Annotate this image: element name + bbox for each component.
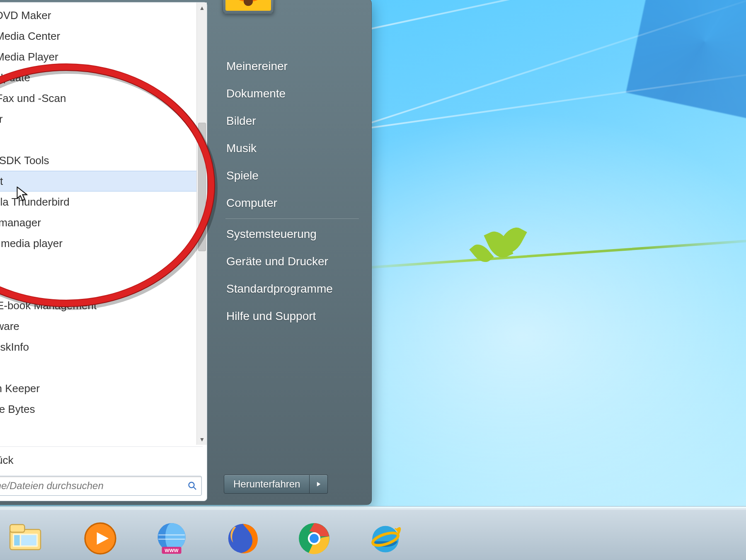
program-item-label: tzmanager [0, 216, 41, 229]
program-item-label: DiskInfo [0, 341, 29, 354]
right-pane-item[interactable]: Musik [224, 135, 361, 162]
shutdown-options-button[interactable] [310, 475, 328, 494]
program-item[interactable]: tzmanager [0, 212, 205, 233]
right-pane-item[interactable]: Spiele [224, 162, 361, 189]
program-item-label: C media player [0, 237, 63, 250]
program-item[interactable]: ws Media Center [0, 26, 205, 46]
program-list-viewport: ws DVD Makerws Media Centerws Media Play… [0, 2, 207, 445]
program-item-label: d SDK Tools [0, 154, 49, 167]
right-pane-item[interactable]: Standardprogramme [224, 275, 361, 303]
right-pane-item[interactable]: Systemsteuerung [224, 221, 361, 248]
program-item-label: on Keeper [0, 382, 40, 395]
right-pane-separator [225, 218, 359, 219]
program-item-selected[interactable]: art [0, 171, 205, 192]
scrollbar-thumb[interactable] [198, 123, 206, 251]
program-item[interactable]: ute Bytes [0, 399, 205, 419]
svg-text:WWW: WWW [165, 548, 179, 553]
back-label: ück [0, 454, 13, 467]
taskbar: WWW [0, 506, 746, 560]
program-item[interactable]: ws DVD Maker [0, 5, 205, 26]
svg-point-18 [310, 534, 319, 543]
user-avatar [225, 0, 271, 11]
divider [0, 446, 203, 447]
program-item[interactable]: DiskInfo [0, 337, 205, 357]
program-item[interactable]: ws Update [0, 67, 205, 88]
svg-point-0 [189, 482, 194, 488]
taskbar-app-firefox[interactable] [224, 519, 262, 558]
program-item[interactable] [0, 254, 205, 274]
wallpaper-stem [353, 238, 746, 270]
search-box[interactable] [0, 476, 202, 496]
back-button[interactable]: ◄ ück [0, 448, 207, 472]
program-item[interactable]: d SDK Tools [0, 150, 205, 171]
program-item-label: aware [0, 320, 19, 333]
taskbar-app-media-player[interactable] [81, 519, 119, 558]
program-item[interactable]: ewer [0, 109, 205, 129]
search-input[interactable] [0, 480, 201, 492]
program-item-label: ws DVD Maker [0, 9, 51, 22]
program-item[interactable]: ws Media Player [0, 46, 205, 67]
scrollbar-up-button[interactable]: ▲ [197, 2, 207, 13]
search-icon [187, 481, 197, 491]
program-item-label: ws-Fax und -Scan [0, 92, 66, 105]
taskbar-app-chrome[interactable] [295, 519, 333, 558]
svg-rect-8 [14, 535, 19, 545]
right-pane-item[interactable]: Bilder [224, 107, 361, 135]
right-pane-user[interactable]: Meinereiner [224, 53, 361, 80]
program-item-label: ws Media Player [0, 51, 58, 63]
scrollbar-track[interactable]: ▲ ▼ [196, 2, 207, 445]
program-item[interactable]: zilla Thunderbird [0, 192, 205, 212]
program-item[interactable] [0, 274, 205, 295]
desktop-wallpaper: ws DVD Makerws Media Centerws Media Play… [0, 0, 746, 560]
program-item-label: ewer [0, 113, 2, 126]
start-menu-left-pane: ws DVD Makerws Media Centerws Media Play… [0, 2, 207, 501]
shutdown-button[interactable]: Herunterfahren [224, 475, 310, 494]
start-menu-right-pane: Meinereiner DokumenteBilderMusikSpieleCo… [207, 0, 371, 504]
program-item[interactable] [0, 129, 205, 150]
taskbar-app-explorer[interactable] [2, 516, 48, 558]
right-pane-item[interactable]: Dokumente [224, 80, 361, 107]
taskbar-app-browser[interactable]: WWW [153, 519, 191, 558]
right-pane-item[interactable]: Hilfe und Support [224, 303, 361, 330]
program-item[interactable]: C media player [0, 233, 205, 254]
svg-rect-9 [21, 535, 36, 545]
program-item[interactable]: ws-Fax und -Scan [0, 88, 205, 109]
scrollbar-down-button[interactable]: ▼ [197, 434, 207, 445]
right-pane-item[interactable]: Geräte und Drucker [224, 248, 361, 275]
svg-rect-6 [10, 525, 24, 532]
program-item-label: zilla Thunderbird [0, 196, 70, 208]
program-item-label: art [0, 175, 3, 188]
svg-line-1 [194, 487, 196, 490]
wallpaper-accent [626, 0, 746, 120]
program-item-label: - E-book Management [0, 299, 97, 312]
program-item[interactable] [0, 357, 205, 378]
program-item[interactable]: on Keeper [0, 378, 205, 399]
program-item-label: ws Media Center [0, 30, 60, 43]
program-item-label: ws Update [0, 71, 30, 84]
program-item[interactable]: - E-book Management [0, 295, 205, 316]
program-item-label: ute Bytes [0, 403, 35, 416]
right-pane-item[interactable]: Computer [224, 189, 361, 217]
shutdown-split-button: Herunterfahren [224, 475, 328, 494]
taskbar-app-internet-explorer[interactable] [366, 519, 404, 558]
program-list[interactable]: ws DVD Makerws Media Centerws Media Play… [0, 2, 207, 419]
search-row [0, 472, 207, 501]
user-avatar-frame[interactable] [223, 0, 274, 14]
program-item[interactable]: aware [0, 316, 205, 337]
start-menu: ws DVD Makerws Media Centerws Media Play… [0, 0, 372, 505]
